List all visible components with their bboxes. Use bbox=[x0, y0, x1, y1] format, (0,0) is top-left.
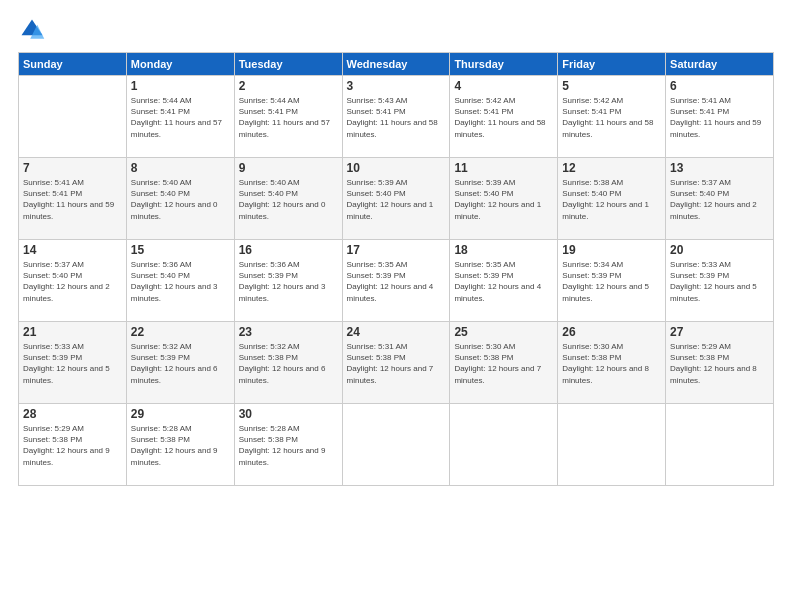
day-number: 18 bbox=[454, 243, 553, 257]
calendar-cell: 4 Sunrise: 5:42 AMSunset: 5:41 PMDayligh… bbox=[450, 76, 558, 158]
day-number: 14 bbox=[23, 243, 122, 257]
calendar-cell: 13 Sunrise: 5:37 AMSunset: 5:40 PMDaylig… bbox=[666, 158, 774, 240]
calendar-week-4: 21 Sunrise: 5:33 AMSunset: 5:39 PMDaylig… bbox=[19, 322, 774, 404]
day-number: 16 bbox=[239, 243, 338, 257]
day-info: Sunrise: 5:42 AMSunset: 5:41 PMDaylight:… bbox=[454, 96, 545, 139]
day-number: 7 bbox=[23, 161, 122, 175]
day-info: Sunrise: 5:36 AMSunset: 5:40 PMDaylight:… bbox=[131, 260, 218, 303]
day-number: 8 bbox=[131, 161, 230, 175]
calendar-cell: 2 Sunrise: 5:44 AMSunset: 5:41 PMDayligh… bbox=[234, 76, 342, 158]
calendar-cell: 28 Sunrise: 5:29 AMSunset: 5:38 PMDaylig… bbox=[19, 404, 127, 486]
calendar-cell bbox=[450, 404, 558, 486]
day-number: 2 bbox=[239, 79, 338, 93]
day-info: Sunrise: 5:36 AMSunset: 5:39 PMDaylight:… bbox=[239, 260, 326, 303]
day-number: 4 bbox=[454, 79, 553, 93]
day-info: Sunrise: 5:30 AMSunset: 5:38 PMDaylight:… bbox=[454, 342, 541, 385]
logo bbox=[18, 16, 50, 44]
calendar-week-3: 14 Sunrise: 5:37 AMSunset: 5:40 PMDaylig… bbox=[19, 240, 774, 322]
day-info: Sunrise: 5:30 AMSunset: 5:38 PMDaylight:… bbox=[562, 342, 649, 385]
calendar-cell: 15 Sunrise: 5:36 AMSunset: 5:40 PMDaylig… bbox=[126, 240, 234, 322]
calendar-cell: 19 Sunrise: 5:34 AMSunset: 5:39 PMDaylig… bbox=[558, 240, 666, 322]
calendar-week-5: 28 Sunrise: 5:29 AMSunset: 5:38 PMDaylig… bbox=[19, 404, 774, 486]
calendar-cell: 7 Sunrise: 5:41 AMSunset: 5:41 PMDayligh… bbox=[19, 158, 127, 240]
calendar-cell: 20 Sunrise: 5:33 AMSunset: 5:39 PMDaylig… bbox=[666, 240, 774, 322]
calendar-cell: 18 Sunrise: 5:35 AMSunset: 5:39 PMDaylig… bbox=[450, 240, 558, 322]
calendar-cell: 11 Sunrise: 5:39 AMSunset: 5:40 PMDaylig… bbox=[450, 158, 558, 240]
weekday-header-tuesday: Tuesday bbox=[234, 53, 342, 76]
day-info: Sunrise: 5:29 AMSunset: 5:38 PMDaylight:… bbox=[23, 424, 110, 467]
day-info: Sunrise: 5:40 AMSunset: 5:40 PMDaylight:… bbox=[131, 178, 218, 221]
day-number: 25 bbox=[454, 325, 553, 339]
day-info: Sunrise: 5:32 AMSunset: 5:38 PMDaylight:… bbox=[239, 342, 326, 385]
day-number: 5 bbox=[562, 79, 661, 93]
day-number: 6 bbox=[670, 79, 769, 93]
calendar-cell: 9 Sunrise: 5:40 AMSunset: 5:40 PMDayligh… bbox=[234, 158, 342, 240]
calendar-cell bbox=[19, 76, 127, 158]
day-number: 3 bbox=[347, 79, 446, 93]
day-info: Sunrise: 5:44 AMSunset: 5:41 PMDaylight:… bbox=[239, 96, 330, 139]
calendar-cell: 3 Sunrise: 5:43 AMSunset: 5:41 PMDayligh… bbox=[342, 76, 450, 158]
calendar-cell: 17 Sunrise: 5:35 AMSunset: 5:39 PMDaylig… bbox=[342, 240, 450, 322]
day-number: 23 bbox=[239, 325, 338, 339]
calendar-cell: 29 Sunrise: 5:28 AMSunset: 5:38 PMDaylig… bbox=[126, 404, 234, 486]
day-number: 9 bbox=[239, 161, 338, 175]
day-info: Sunrise: 5:41 AMSunset: 5:41 PMDaylight:… bbox=[670, 96, 761, 139]
page: SundayMondayTuesdayWednesdayThursdayFrid… bbox=[0, 0, 792, 612]
calendar-cell: 12 Sunrise: 5:38 AMSunset: 5:40 PMDaylig… bbox=[558, 158, 666, 240]
day-number: 1 bbox=[131, 79, 230, 93]
calendar-week-2: 7 Sunrise: 5:41 AMSunset: 5:41 PMDayligh… bbox=[19, 158, 774, 240]
calendar-cell: 8 Sunrise: 5:40 AMSunset: 5:40 PMDayligh… bbox=[126, 158, 234, 240]
day-info: Sunrise: 5:33 AMSunset: 5:39 PMDaylight:… bbox=[23, 342, 110, 385]
day-number: 17 bbox=[347, 243, 446, 257]
calendar-cell: 14 Sunrise: 5:37 AMSunset: 5:40 PMDaylig… bbox=[19, 240, 127, 322]
day-number: 10 bbox=[347, 161, 446, 175]
calendar-cell: 6 Sunrise: 5:41 AMSunset: 5:41 PMDayligh… bbox=[666, 76, 774, 158]
logo-icon bbox=[18, 16, 46, 44]
day-info: Sunrise: 5:42 AMSunset: 5:41 PMDaylight:… bbox=[562, 96, 653, 139]
day-number: 12 bbox=[562, 161, 661, 175]
day-number: 29 bbox=[131, 407, 230, 421]
day-info: Sunrise: 5:44 AMSunset: 5:41 PMDaylight:… bbox=[131, 96, 222, 139]
weekday-header-wednesday: Wednesday bbox=[342, 53, 450, 76]
calendar-cell bbox=[342, 404, 450, 486]
day-info: Sunrise: 5:35 AMSunset: 5:39 PMDaylight:… bbox=[347, 260, 434, 303]
calendar-cell: 22 Sunrise: 5:32 AMSunset: 5:39 PMDaylig… bbox=[126, 322, 234, 404]
weekday-header-saturday: Saturday bbox=[666, 53, 774, 76]
calendar-table: SundayMondayTuesdayWednesdayThursdayFrid… bbox=[18, 52, 774, 486]
day-number: 15 bbox=[131, 243, 230, 257]
calendar-cell: 16 Sunrise: 5:36 AMSunset: 5:39 PMDaylig… bbox=[234, 240, 342, 322]
day-number: 20 bbox=[670, 243, 769, 257]
weekday-header-sunday: Sunday bbox=[19, 53, 127, 76]
day-number: 19 bbox=[562, 243, 661, 257]
day-number: 13 bbox=[670, 161, 769, 175]
calendar-cell bbox=[666, 404, 774, 486]
weekday-header-monday: Monday bbox=[126, 53, 234, 76]
day-info: Sunrise: 5:43 AMSunset: 5:41 PMDaylight:… bbox=[347, 96, 438, 139]
calendar-cell: 26 Sunrise: 5:30 AMSunset: 5:38 PMDaylig… bbox=[558, 322, 666, 404]
header bbox=[18, 16, 774, 44]
day-number: 30 bbox=[239, 407, 338, 421]
day-info: Sunrise: 5:35 AMSunset: 5:39 PMDaylight:… bbox=[454, 260, 541, 303]
calendar-cell bbox=[558, 404, 666, 486]
calendar-week-1: 1 Sunrise: 5:44 AMSunset: 5:41 PMDayligh… bbox=[19, 76, 774, 158]
day-info: Sunrise: 5:31 AMSunset: 5:38 PMDaylight:… bbox=[347, 342, 434, 385]
day-number: 26 bbox=[562, 325, 661, 339]
day-number: 11 bbox=[454, 161, 553, 175]
calendar-cell: 24 Sunrise: 5:31 AMSunset: 5:38 PMDaylig… bbox=[342, 322, 450, 404]
day-info: Sunrise: 5:34 AMSunset: 5:39 PMDaylight:… bbox=[562, 260, 649, 303]
weekday-header-row: SundayMondayTuesdayWednesdayThursdayFrid… bbox=[19, 53, 774, 76]
day-number: 21 bbox=[23, 325, 122, 339]
weekday-header-friday: Friday bbox=[558, 53, 666, 76]
calendar-cell: 23 Sunrise: 5:32 AMSunset: 5:38 PMDaylig… bbox=[234, 322, 342, 404]
day-number: 24 bbox=[347, 325, 446, 339]
weekday-header-thursday: Thursday bbox=[450, 53, 558, 76]
calendar-cell: 25 Sunrise: 5:30 AMSunset: 5:38 PMDaylig… bbox=[450, 322, 558, 404]
calendar-cell: 27 Sunrise: 5:29 AMSunset: 5:38 PMDaylig… bbox=[666, 322, 774, 404]
day-info: Sunrise: 5:28 AMSunset: 5:38 PMDaylight:… bbox=[239, 424, 326, 467]
day-info: Sunrise: 5:33 AMSunset: 5:39 PMDaylight:… bbox=[670, 260, 757, 303]
calendar-cell: 1 Sunrise: 5:44 AMSunset: 5:41 PMDayligh… bbox=[126, 76, 234, 158]
calendar-cell: 5 Sunrise: 5:42 AMSunset: 5:41 PMDayligh… bbox=[558, 76, 666, 158]
day-info: Sunrise: 5:37 AMSunset: 5:40 PMDaylight:… bbox=[23, 260, 110, 303]
day-number: 22 bbox=[131, 325, 230, 339]
day-info: Sunrise: 5:39 AMSunset: 5:40 PMDaylight:… bbox=[454, 178, 541, 221]
